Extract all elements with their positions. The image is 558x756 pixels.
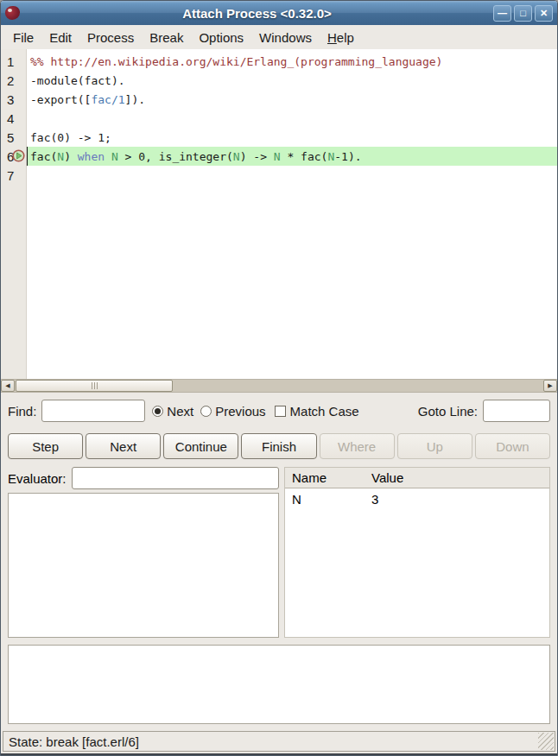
find-bar: Find: Next Previous Match Case Goto Line… — [1, 393, 557, 429]
menu-process[interactable]: Process — [79, 27, 142, 48]
match-case-checkbox[interactable] — [275, 406, 286, 417]
scroll-left-icon[interactable]: ◀ — [1, 380, 15, 392]
bindings-table-header: Name Value — [285, 468, 549, 488]
menu-windows[interactable]: Windows — [251, 27, 320, 48]
code-line[interactable]: 4 — [1, 109, 557, 128]
line-number[interactable]: 2 — [1, 73, 27, 88]
line-number[interactable]: 5 — [1, 130, 27, 145]
next-radio-label[interactable]: Next — [167, 404, 193, 419]
code-line-current-break[interactable]: 6 fac(N) when N > 0, is_integer(N) -> N … — [1, 147, 557, 166]
status-text: State: break [fact.erl/6] — [9, 734, 139, 749]
evaluator-output-panel[interactable] — [8, 493, 279, 638]
menu-options[interactable]: Options — [191, 27, 251, 48]
previous-radio-label[interactable]: Previous — [215, 404, 265, 419]
code-editor[interactable]: 1 %% http://en.wikipedia.org/wiki/Erlang… — [1, 49, 557, 379]
evaluator-label: Evaluator: — [8, 471, 67, 486]
line-number[interactable]: 1 — [1, 54, 27, 69]
minimize-button[interactable]: — — [493, 5, 511, 22]
menu-edit[interactable]: Edit — [41, 27, 79, 48]
line-number[interactable]: 7 — [1, 168, 27, 183]
scrollbar-thumb[interactable] — [16, 380, 173, 392]
scroll-right-icon[interactable]: ▶ — [543, 380, 557, 392]
binding-value: 3 — [371, 492, 549, 507]
code-text: -module(fact). — [27, 71, 557, 90]
status-bar: State: break [fact.erl/6] — [3, 731, 555, 752]
code-line[interactable]: 5 fac(0) -> 1; — [1, 128, 557, 147]
where-button: Where — [320, 433, 395, 459]
menu-help[interactable]: Help — [320, 27, 362, 48]
up-button: Up — [397, 433, 472, 459]
finish-button[interactable]: Finish — [241, 433, 316, 459]
close-button[interactable]: ✕ — [535, 5, 553, 22]
resize-grip-icon[interactable] — [538, 733, 554, 750]
next-radio[interactable] — [152, 406, 163, 417]
code-text: -export([fac/1]). — [27, 90, 557, 109]
value-column-header: Value — [371, 470, 549, 485]
binding-name: N — [285, 492, 371, 507]
code-line[interactable]: 1 %% http://en.wikipedia.org/wiki/Erlang… — [1, 52, 557, 71]
match-case-label[interactable]: Match Case — [290, 404, 359, 419]
name-column-header: Name — [285, 470, 371, 485]
attach-process-window: Attach Process <0.32.0> — □ ✕ File Edit … — [0, 0, 558, 756]
down-button: Down — [475, 433, 550, 459]
code-text — [27, 166, 557, 185]
code-line[interactable]: 3 -export([fac/1]). — [1, 90, 557, 109]
previous-radio[interactable] — [200, 406, 212, 417]
code-line[interactable]: 7 — [1, 166, 557, 185]
step-button[interactable]: Step — [8, 433, 83, 459]
scrollbar-track[interactable] — [15, 380, 543, 392]
code-text: fac(0) -> 1; — [27, 128, 557, 147]
horizontal-scrollbar[interactable]: ◀ ▶ — [1, 379, 557, 393]
evaluator-input[interactable] — [72, 467, 279, 489]
next-button[interactable]: Next — [86, 433, 161, 459]
evaluator-and-bindings: Evaluator: Name Value N 3 — [1, 463, 557, 638]
continue-button[interactable]: Continue — [163, 433, 238, 459]
window-title: Attach Process <0.32.0> — [23, 6, 491, 21]
goto-line-label: Goto Line: — [418, 404, 478, 419]
titlebar[interactable]: Attach Process <0.32.0> — □ ✕ — [1, 1, 557, 25]
window-icon — [5, 6, 20, 20]
line-number[interactable]: 3 — [1, 92, 27, 107]
thumb-grip-icon — [92, 382, 98, 389]
menu-break[interactable]: Break — [142, 27, 191, 48]
code-text: %% http://en.wikipedia.org/wiki/Erlang_(… — [27, 52, 557, 71]
find-input[interactable] — [41, 400, 145, 422]
breakpoint-icon[interactable] — [12, 149, 25, 162]
debug-button-row: Step Next Continue Finish Where Up Down — [1, 429, 557, 463]
binding-row[interactable]: N 3 — [285, 488, 549, 509]
goto-line-input[interactable] — [483, 400, 550, 422]
maximize-button[interactable]: □ — [514, 5, 532, 22]
code-text: fac(N) when N > 0, is_integer(N) -> N * … — [27, 147, 557, 166]
line-number[interactable]: 4 — [1, 111, 27, 126]
code-text — [27, 109, 557, 128]
code-line[interactable]: 2 -module(fact). — [1, 71, 557, 90]
bindings-panel: Name Value N 3 — [284, 467, 550, 638]
menubar: File Edit Process Break Options Windows … — [1, 25, 557, 49]
menu-file[interactable]: File — [5, 27, 41, 48]
trace-output-panel[interactable] — [8, 645, 550, 724]
find-label: Find: — [8, 404, 36, 419]
